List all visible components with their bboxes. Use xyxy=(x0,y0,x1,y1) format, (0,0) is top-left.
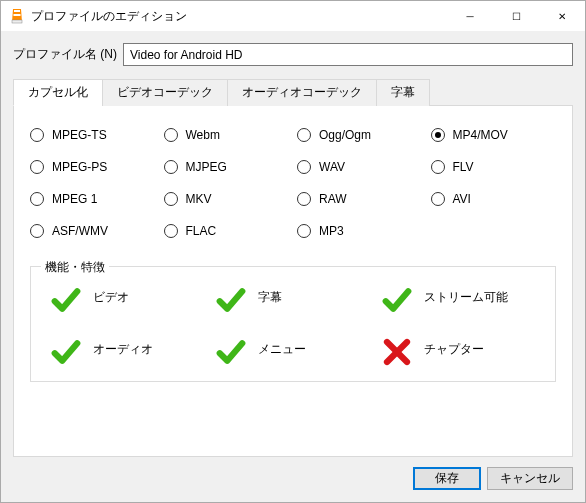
check-icon xyxy=(51,337,81,361)
close-button[interactable]: ✕ xyxy=(539,1,585,31)
format-label: MKV xyxy=(186,192,212,206)
format-radio[interactable]: MP3 xyxy=(297,224,423,238)
profile-name-row: プロファイル名 (N) xyxy=(13,43,573,66)
cross-icon xyxy=(382,337,412,361)
feature-label: 字幕 xyxy=(258,289,282,306)
radio-icon xyxy=(164,160,178,174)
format-radio[interactable]: FLV xyxy=(431,160,557,174)
format-label: RAW xyxy=(319,192,347,206)
radio-icon xyxy=(297,160,311,174)
format-label: ASF/WMV xyxy=(52,224,108,238)
format-radio[interactable]: Ogg/Ogm xyxy=(297,128,423,142)
window-title: プロファイルのエディション xyxy=(31,8,187,25)
save-button[interactable]: 保存 xyxy=(413,467,481,490)
features-grid: ビデオ字幕ストリーム可能オーディオメニューチャプター xyxy=(51,285,535,361)
tab-row: カプセル化 ビデオコーデック オーディオコーデック 字幕 xyxy=(13,79,573,106)
format-label: FLV xyxy=(453,160,474,174)
format-radio[interactable]: WAV xyxy=(297,160,423,174)
tab-panel: MPEG-TSWebmOgg/OgmMP4/MOVMPEG-PSMJPEGWAV… xyxy=(13,105,573,457)
radio-icon xyxy=(297,224,311,238)
radio-icon xyxy=(431,128,445,142)
format-radio[interactable]: Webm xyxy=(164,128,290,142)
feature-item: オーディオ xyxy=(51,337,204,361)
tab-label: カプセル化 xyxy=(28,85,88,99)
format-radio[interactable]: MPEG-PS xyxy=(30,160,156,174)
feature-item: メニュー xyxy=(216,337,369,361)
tab-label: ビデオコーデック xyxy=(117,85,213,99)
content-area: プロファイル名 (N) カプセル化 ビデオコーデック オーディオコーデック 字幕… xyxy=(1,31,585,457)
format-grid: MPEG-TSWebmOgg/OgmMP4/MOVMPEG-PSMJPEGWAV… xyxy=(30,128,556,238)
check-icon xyxy=(51,285,81,309)
format-radio[interactable]: ASF/WMV xyxy=(30,224,156,238)
format-label: Webm xyxy=(186,128,220,142)
features-heading: 機能・特徴 xyxy=(41,259,109,276)
tab-audio-codec[interactable]: オーディオコーデック xyxy=(227,79,377,106)
button-label: 保存 xyxy=(435,470,459,487)
profile-name-label: プロファイル名 (N) xyxy=(13,46,117,63)
dialog-window: プロファイルのエディション ─ ☐ ✕ プロファイル名 (N) カプセル化 ビデ… xyxy=(0,0,586,503)
maximize-icon: ☐ xyxy=(512,11,521,22)
close-icon: ✕ xyxy=(558,11,566,22)
tab-encapsulation[interactable]: カプセル化 xyxy=(13,79,103,106)
tab-subtitles[interactable]: 字幕 xyxy=(376,79,430,106)
feature-item: 字幕 xyxy=(216,285,369,309)
format-radio[interactable]: RAW xyxy=(297,192,423,206)
radio-icon xyxy=(30,192,44,206)
format-radio[interactable]: MKV xyxy=(164,192,290,206)
format-label: WAV xyxy=(319,160,345,174)
radio-icon xyxy=(30,128,44,142)
feature-label: オーディオ xyxy=(93,341,153,358)
check-icon xyxy=(382,285,412,309)
format-radio[interactable]: MJPEG xyxy=(164,160,290,174)
maximize-button[interactable]: ☐ xyxy=(493,1,539,31)
tab-video-codec[interactable]: ビデオコーデック xyxy=(102,79,228,106)
tab-label: オーディオコーデック xyxy=(242,85,362,99)
format-radio[interactable]: MPEG 1 xyxy=(30,192,156,206)
radio-icon xyxy=(431,192,445,206)
svg-rect-1 xyxy=(12,20,22,23)
format-radio[interactable]: FLAC xyxy=(164,224,290,238)
format-label: MPEG 1 xyxy=(52,192,97,206)
format-label: MPEG-PS xyxy=(52,160,107,174)
radio-icon xyxy=(297,128,311,142)
minimize-icon: ─ xyxy=(466,11,473,22)
format-label: MJPEG xyxy=(186,160,227,174)
tabs-container: カプセル化 ビデオコーデック オーディオコーデック 字幕 MPEG-TSWebm… xyxy=(13,78,573,457)
format-radio[interactable]: AVI xyxy=(431,192,557,206)
format-label: Ogg/Ogm xyxy=(319,128,371,142)
titlebar: プロファイルのエディション ─ ☐ ✕ xyxy=(1,1,585,31)
features-groupbox: 機能・特徴 ビデオ字幕ストリーム可能オーディオメニューチャプター xyxy=(30,266,556,382)
format-label: MP4/MOV xyxy=(453,128,508,142)
cancel-button[interactable]: キャンセル xyxy=(487,467,573,490)
check-icon xyxy=(216,285,246,309)
check-icon xyxy=(216,337,246,361)
radio-icon xyxy=(164,224,178,238)
radio-icon xyxy=(164,192,178,206)
feature-item: ビデオ xyxy=(51,285,204,309)
feature-item: チャプター xyxy=(382,337,535,361)
format-label: AVI xyxy=(453,192,471,206)
feature-label: メニュー xyxy=(258,341,306,358)
radio-icon xyxy=(431,160,445,174)
feature-item: ストリーム可能 xyxy=(382,285,535,309)
minimize-button[interactable]: ─ xyxy=(447,1,493,31)
format-label: MPEG-TS xyxy=(52,128,107,142)
feature-label: チャプター xyxy=(424,341,484,358)
feature-label: ビデオ xyxy=(93,289,129,306)
svg-rect-3 xyxy=(14,14,21,16)
format-label: MP3 xyxy=(319,224,344,238)
tab-label: 字幕 xyxy=(391,85,415,99)
radio-icon xyxy=(164,128,178,142)
svg-rect-2 xyxy=(14,10,20,12)
button-label: キャンセル xyxy=(500,470,560,487)
format-radio[interactable]: MP4/MOV xyxy=(431,128,557,142)
app-icon xyxy=(9,8,25,24)
format-radio[interactable]: MPEG-TS xyxy=(30,128,156,142)
radio-icon xyxy=(30,160,44,174)
profile-name-input[interactable] xyxy=(123,43,573,66)
radio-icon xyxy=(30,224,44,238)
feature-label: ストリーム可能 xyxy=(424,289,508,306)
format-label: FLAC xyxy=(186,224,217,238)
dialog-footer: 保存 キャンセル xyxy=(1,457,585,502)
radio-icon xyxy=(297,192,311,206)
